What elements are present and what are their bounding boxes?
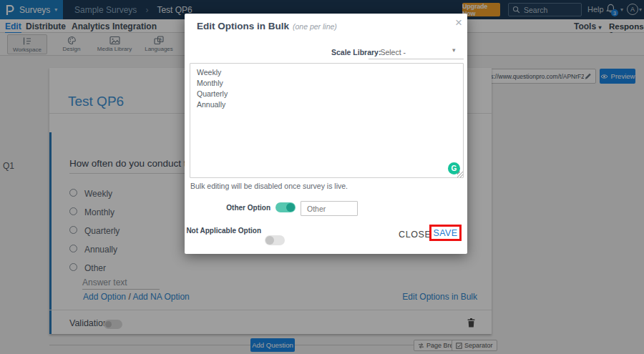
- dialog-title: Edit Options in Bulk: [197, 21, 289, 31]
- save-button[interactable]: SAVE: [433, 228, 457, 238]
- textarea-resize-handle[interactable]: [457, 172, 463, 177]
- close-icon[interactable]: ×: [455, 16, 462, 29]
- save-button-highlight: SAVE: [429, 225, 462, 241]
- close-button[interactable]: CLOSE: [399, 230, 431, 240]
- edit-options-in-bulk-dialog: Edit Options in Bulk (one per line) × Sc…: [185, 14, 467, 254]
- scale-library-select[interactable]: - Select -: [376, 48, 406, 56]
- bulk-options-textarea[interactable]: Weekly Monthly Quarterly Annually: [190, 63, 464, 178]
- not-applicable-option-label: Not Applicable Option: [185, 227, 261, 235]
- scale-library-label: Scale Library:: [331, 48, 381, 56]
- other-option-label: Other Option: [185, 204, 270, 212]
- chevron-down-icon[interactable]: ▾: [452, 46, 456, 54]
- other-option-toggle[interactable]: [275, 202, 296, 212]
- scale-library-underline: [369, 59, 464, 59]
- dialog-header: Edit Options in Bulk (one per line): [197, 21, 337, 31]
- not-applicable-toggle[interactable]: [265, 235, 285, 245]
- bulk-edit-note: Bulk editing will be disabled once surve…: [190, 182, 348, 190]
- dialog-subtitle: (one per line): [293, 22, 337, 31]
- other-option-input[interactable]: [301, 201, 358, 216]
